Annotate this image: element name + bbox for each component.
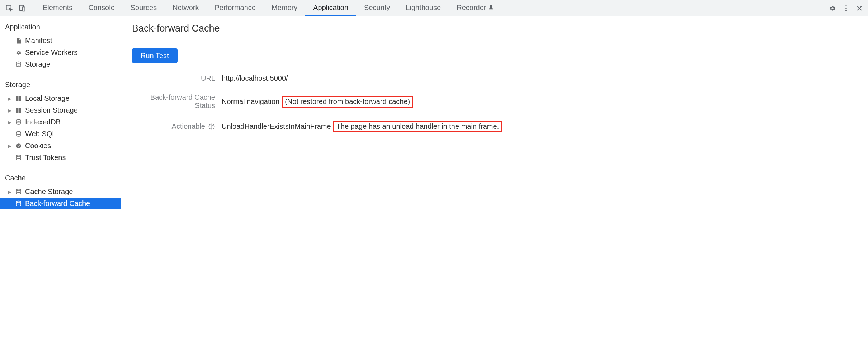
sidebar-item-session-storage[interactable]: ▶ Session Storage xyxy=(0,104,121,116)
svg-point-14 xyxy=(18,146,19,147)
svg-point-6 xyxy=(16,62,21,63)
inspect-icon[interactable] xyxy=(3,2,16,15)
svg-point-17 xyxy=(16,201,21,203)
section-title: Application xyxy=(0,20,121,35)
document-icon xyxy=(14,38,23,44)
actionable-label: Actionable xyxy=(132,122,222,131)
cookie-icon xyxy=(14,143,23,149)
gear-icon xyxy=(14,49,23,56)
toolbar-divider xyxy=(32,4,32,13)
sidebar-item-bfcache[interactable]: ▶ Back-forward Cache xyxy=(0,198,121,209)
page-title: Back-forward Cache xyxy=(121,16,868,41)
svg-point-19 xyxy=(211,128,212,128)
toolbar-right xyxy=(817,4,865,13)
actionable-code: UnloadHandlerExistsInMainFrame xyxy=(222,122,331,131)
sidebar-item-storage[interactable]: ▶ Storage xyxy=(0,58,121,70)
chevron-right-icon: ▶ xyxy=(6,108,12,113)
database-icon xyxy=(14,200,23,207)
svg-rect-2 xyxy=(22,7,25,11)
tab-console[interactable]: Console xyxy=(80,0,122,16)
row-status: Back-forward Cache Status Normal navigat… xyxy=(132,93,857,110)
sidebar-item-label: Service Workers xyxy=(25,48,77,57)
tab-recorder[interactable]: Recorder xyxy=(449,0,502,16)
sidebar-item-label: Back-forward Cache xyxy=(25,199,90,208)
devtools-tabs: Elements Console Sources Network Perform… xyxy=(35,0,817,16)
status-text: Normal navigation xyxy=(222,98,279,106)
chevron-right-icon: ▶ xyxy=(6,189,12,195)
section-title: Storage xyxy=(0,78,121,93)
sidebar-item-websql[interactable]: ▶ Web SQL xyxy=(0,128,121,140)
svg-point-15 xyxy=(16,155,21,157)
chevron-right-icon: ▶ xyxy=(6,96,12,101)
sidebar-item-cookies[interactable]: ▶ Cookies xyxy=(0,140,121,152)
url-label: URL xyxy=(132,74,222,82)
devtools-toolbar: Elements Console Sources Network Perform… xyxy=(0,0,868,16)
sidebar-item-label: Cookies xyxy=(25,142,51,150)
sidebar-item-label: Cache Storage xyxy=(25,188,73,196)
sidebar: Application ▶ Manifest ▶ Service Workers… xyxy=(0,16,121,340)
device-toggle-icon[interactable] xyxy=(16,2,29,15)
sidebar-item-manifest[interactable]: ▶ Manifest xyxy=(0,35,121,47)
actionable-annotation: The page has an unload handler in the ma… xyxy=(333,121,503,132)
settings-icon[interactable] xyxy=(829,4,836,12)
sidebar-item-service-workers[interactable]: ▶ Service Workers xyxy=(0,47,121,58)
database-icon xyxy=(14,61,23,68)
chevron-right-icon: ▶ xyxy=(6,143,12,149)
toolbar-divider xyxy=(820,4,820,13)
sidebar-item-label: Local Storage xyxy=(25,94,69,103)
sidebar-item-label: Trust Tokens xyxy=(25,154,66,162)
status-annotation: (Not restored from back-forward cache) xyxy=(282,96,413,108)
flask-icon xyxy=(488,5,494,10)
close-icon[interactable] xyxy=(856,5,863,12)
chevron-right-icon: ▶ xyxy=(6,119,12,125)
svg-point-3 xyxy=(845,5,847,6)
sidebar-item-cache-storage[interactable]: ▶ Cache Storage xyxy=(0,186,121,198)
sidebar-section-cache: Cache ▶ Cache Storage ▶ Back-forward Cac… xyxy=(0,167,121,213)
actionable-value: UnloadHandlerExistsInMainFrame The page … xyxy=(222,121,502,132)
database-icon xyxy=(14,189,23,195)
row-url: URL http://localhost:5000/ xyxy=(132,74,857,82)
help-icon[interactable] xyxy=(208,123,215,130)
tab-performance[interactable]: Performance xyxy=(207,0,264,16)
svg-point-9 xyxy=(16,119,21,121)
tab-lighthouse[interactable]: Lighthouse xyxy=(398,0,449,16)
toolbar-left xyxy=(3,2,35,15)
row-actionable: Actionable UnloadHandlerExistsInMainFram… xyxy=(132,121,857,132)
tab-sources[interactable]: Sources xyxy=(123,0,165,16)
tab-memory[interactable]: Memory xyxy=(264,0,305,16)
tab-security[interactable]: Security xyxy=(356,0,398,16)
sidebar-item-label: Web SQL xyxy=(25,130,56,138)
svg-point-16 xyxy=(16,189,21,191)
sidebar-item-label: Session Storage xyxy=(25,106,78,114)
database-icon xyxy=(14,155,23,161)
svg-point-4 xyxy=(845,8,847,9)
svg-point-11 xyxy=(16,143,21,148)
status-value: Normal navigation (Not restored from bac… xyxy=(222,96,413,108)
sidebar-item-trust-tokens[interactable]: ▶ Trust Tokens xyxy=(0,152,121,164)
main-body: Run Test URL http://localhost:5000/ Back… xyxy=(121,41,868,140)
table-icon xyxy=(14,95,23,102)
svg-point-13 xyxy=(19,145,20,146)
section-title: Cache xyxy=(0,171,121,186)
main-panel: Back-forward Cache Run Test URL http://l… xyxy=(121,16,868,340)
database-icon xyxy=(14,119,23,126)
status-label: Back-forward Cache Status xyxy=(132,93,222,110)
svg-point-12 xyxy=(18,145,18,145)
sidebar-section-storage: Storage ▶ Local Storage ▶ Session Storag… xyxy=(0,74,121,167)
tab-network[interactable]: Network xyxy=(165,0,207,16)
content: Application ▶ Manifest ▶ Service Workers… xyxy=(0,16,868,340)
sidebar-item-label: Manifest xyxy=(25,37,52,45)
tab-application[interactable]: Application xyxy=(305,0,356,16)
svg-point-5 xyxy=(845,10,847,11)
tab-elements[interactable]: Elements xyxy=(35,0,80,16)
url-value: http://localhost:5000/ xyxy=(222,74,288,82)
sidebar-item-indexeddb[interactable]: ▶ IndexedDB xyxy=(0,116,121,128)
sidebar-item-local-storage[interactable]: ▶ Local Storage xyxy=(0,93,121,104)
sidebar-item-label: IndexedDB xyxy=(25,118,61,126)
svg-point-10 xyxy=(16,131,21,133)
table-icon xyxy=(14,107,23,114)
database-icon xyxy=(14,131,23,137)
sidebar-section-application: Application ▶ Manifest ▶ Service Workers… xyxy=(0,16,121,74)
more-icon[interactable] xyxy=(842,4,850,12)
run-test-button[interactable]: Run Test xyxy=(132,48,178,63)
